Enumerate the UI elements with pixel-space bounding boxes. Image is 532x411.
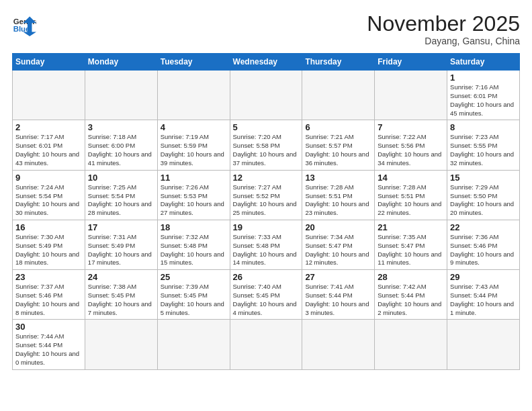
day-number: 7 xyxy=(378,122,444,132)
day-number: 1 xyxy=(450,73,517,83)
day-number: 30 xyxy=(15,322,82,332)
day-number: 15 xyxy=(450,173,517,183)
calendar-cell: 16Sunrise: 7:30 AM Sunset: 5:49 PM Dayli… xyxy=(13,220,85,269)
day-number: 26 xyxy=(233,272,300,282)
day-info: Sunrise: 7:19 AM Sunset: 5:59 PM Dayligh… xyxy=(161,133,227,167)
calendar-cell: 17Sunrise: 7:31 AM Sunset: 5:49 PM Dayli… xyxy=(85,220,157,269)
day-info: Sunrise: 7:22 AM Sunset: 5:56 PM Dayligh… xyxy=(378,133,444,167)
calendar-cell: 20Sunrise: 7:34 AM Sunset: 5:47 PM Dayli… xyxy=(302,220,375,269)
day-info: Sunrise: 7:25 AM Sunset: 5:54 PM Dayligh… xyxy=(88,183,154,218)
day-info: Sunrise: 7:26 AM Sunset: 5:53 PM Dayligh… xyxy=(161,183,227,218)
weekday-header-monday: Monday xyxy=(85,54,157,71)
day-info: Sunrise: 7:29 AM Sunset: 5:50 PM Dayligh… xyxy=(450,183,517,218)
calendar-cell xyxy=(230,320,302,369)
day-info: Sunrise: 7:24 AM Sunset: 5:54 PM Dayligh… xyxy=(15,183,82,218)
calendar-cell: 12Sunrise: 7:27 AM Sunset: 5:52 PM Dayli… xyxy=(230,170,302,220)
calendar-cell xyxy=(375,320,447,369)
day-info: Sunrise: 7:42 AM Sunset: 5:44 PM Dayligh… xyxy=(378,283,444,317)
day-info: Sunrise: 7:20 AM Sunset: 5:58 PM Dayligh… xyxy=(233,133,300,167)
day-info: Sunrise: 7:21 AM Sunset: 5:57 PM Dayligh… xyxy=(305,133,371,167)
calendar-cell: 29Sunrise: 7:43 AM Sunset: 5:44 PM Dayli… xyxy=(447,270,520,320)
day-info: Sunrise: 7:18 AM Sunset: 6:00 PM Dayligh… xyxy=(88,133,154,167)
day-number: 20 xyxy=(305,222,371,232)
day-info: Sunrise: 7:34 AM Sunset: 5:47 PM Dayligh… xyxy=(305,233,371,267)
day-number: 29 xyxy=(450,272,517,282)
day-number: 10 xyxy=(88,173,154,183)
day-number: 19 xyxy=(233,222,300,232)
calendar-week-4: 16Sunrise: 7:30 AM Sunset: 5:49 PM Dayli… xyxy=(13,220,520,269)
day-info: Sunrise: 7:30 AM Sunset: 5:49 PM Dayligh… xyxy=(15,233,82,267)
weekday-header-row: SundayMondayTuesdayWednesdayThursdayFrid… xyxy=(13,54,520,71)
day-info: Sunrise: 7:40 AM Sunset: 5:45 PM Dayligh… xyxy=(233,283,300,317)
day-info: Sunrise: 7:44 AM Sunset: 5:44 PM Dayligh… xyxy=(15,332,82,367)
calendar-cell: 22Sunrise: 7:36 AM Sunset: 5:46 PM Dayli… xyxy=(447,220,520,269)
day-number: 5 xyxy=(233,122,300,132)
day-number: 21 xyxy=(378,222,444,232)
weekday-header-wednesday: Wednesday xyxy=(230,54,302,71)
weekday-header-thursday: Thursday xyxy=(302,54,375,71)
calendar-cell xyxy=(85,71,157,120)
day-info: Sunrise: 7:33 AM Sunset: 5:48 PM Dayligh… xyxy=(233,233,300,267)
calendar-cell: 24Sunrise: 7:38 AM Sunset: 5:45 PM Dayli… xyxy=(85,270,157,320)
day-number: 16 xyxy=(15,222,82,232)
day-info: Sunrise: 7:28 AM Sunset: 5:51 PM Dayligh… xyxy=(378,183,444,218)
calendar-cell: 11Sunrise: 7:26 AM Sunset: 5:53 PM Dayli… xyxy=(157,170,230,220)
day-info: Sunrise: 7:28 AM Sunset: 5:51 PM Dayligh… xyxy=(305,183,371,218)
day-info: Sunrise: 7:35 AM Sunset: 5:47 PM Dayligh… xyxy=(378,233,444,267)
month-title: November 2025 xyxy=(367,12,520,36)
day-info: Sunrise: 7:32 AM Sunset: 5:48 PM Dayligh… xyxy=(161,233,227,267)
calendar-cell: 23Sunrise: 7:37 AM Sunset: 5:46 PM Dayli… xyxy=(13,270,85,320)
day-number: 9 xyxy=(15,173,82,183)
day-number: 4 xyxy=(161,122,227,132)
calendar-week-3: 9Sunrise: 7:24 AM Sunset: 5:54 PM Daylig… xyxy=(13,170,520,220)
calendar-cell: 3Sunrise: 7:18 AM Sunset: 6:00 PM Daylig… xyxy=(85,120,157,170)
calendar-cell: 10Sunrise: 7:25 AM Sunset: 5:54 PM Dayli… xyxy=(85,170,157,220)
day-number: 28 xyxy=(378,272,444,282)
day-number: 27 xyxy=(305,272,371,282)
day-number: 6 xyxy=(305,122,371,132)
day-number: 18 xyxy=(161,222,227,232)
calendar-cell xyxy=(157,320,230,369)
day-info: Sunrise: 7:23 AM Sunset: 5:55 PM Dayligh… xyxy=(450,133,517,167)
calendar-page: General Blue November 2025 Dayang, Gansu… xyxy=(0,0,532,411)
calendar-cell xyxy=(447,320,520,369)
calendar-cell xyxy=(157,71,230,120)
logo-icon: General Blue xyxy=(12,12,36,36)
day-info: Sunrise: 7:16 AM Sunset: 6:01 PM Dayligh… xyxy=(450,83,517,118)
calendar-week-5: 23Sunrise: 7:37 AM Sunset: 5:46 PM Dayli… xyxy=(13,270,520,320)
logo: General Blue xyxy=(12,12,36,36)
calendar-week-2: 2Sunrise: 7:17 AM Sunset: 6:01 PM Daylig… xyxy=(13,120,520,170)
calendar-cell: 7Sunrise: 7:22 AM Sunset: 5:56 PM Daylig… xyxy=(375,120,447,170)
calendar-cell xyxy=(85,320,157,369)
calendar-table: SundayMondayTuesdayWednesdayThursdayFrid… xyxy=(12,53,520,370)
day-info: Sunrise: 7:17 AM Sunset: 6:01 PM Dayligh… xyxy=(15,133,82,167)
title-block: November 2025 Dayang, Gansu, China xyxy=(367,12,520,46)
day-number: 3 xyxy=(88,122,154,132)
calendar-cell: 28Sunrise: 7:42 AM Sunset: 5:44 PM Dayli… xyxy=(375,270,447,320)
day-number: 23 xyxy=(15,272,82,282)
calendar-cell: 14Sunrise: 7:28 AM Sunset: 5:51 PM Dayli… xyxy=(375,170,447,220)
calendar-cell: 6Sunrise: 7:21 AM Sunset: 5:57 PM Daylig… xyxy=(302,120,375,170)
day-number: 8 xyxy=(450,122,517,132)
calendar-cell: 21Sunrise: 7:35 AM Sunset: 5:47 PM Dayli… xyxy=(375,220,447,269)
calendar-cell: 2Sunrise: 7:17 AM Sunset: 6:01 PM Daylig… xyxy=(13,120,85,170)
day-number: 24 xyxy=(88,272,154,282)
day-info: Sunrise: 7:43 AM Sunset: 5:44 PM Dayligh… xyxy=(450,283,517,317)
day-info: Sunrise: 7:36 AM Sunset: 5:46 PM Dayligh… xyxy=(450,233,517,267)
day-number: 11 xyxy=(161,173,227,183)
day-info: Sunrise: 7:38 AM Sunset: 5:45 PM Dayligh… xyxy=(88,283,154,317)
calendar-cell: 8Sunrise: 7:23 AM Sunset: 5:55 PM Daylig… xyxy=(447,120,520,170)
calendar-week-6: 30Sunrise: 7:44 AM Sunset: 5:44 PM Dayli… xyxy=(13,320,520,369)
calendar-cell: 4Sunrise: 7:19 AM Sunset: 5:59 PM Daylig… xyxy=(157,120,230,170)
day-info: Sunrise: 7:37 AM Sunset: 5:46 PM Dayligh… xyxy=(15,283,82,317)
day-info: Sunrise: 7:27 AM Sunset: 5:52 PM Dayligh… xyxy=(233,183,300,218)
header: General Blue November 2025 Dayang, Gansu… xyxy=(12,12,520,46)
calendar-cell xyxy=(375,71,447,120)
calendar-cell: 5Sunrise: 7:20 AM Sunset: 5:58 PM Daylig… xyxy=(230,120,302,170)
calendar-cell: 15Sunrise: 7:29 AM Sunset: 5:50 PM Dayli… xyxy=(447,170,520,220)
day-number: 14 xyxy=(378,173,444,183)
calendar-cell xyxy=(230,71,302,120)
calendar-cell: 25Sunrise: 7:39 AM Sunset: 5:45 PM Dayli… xyxy=(157,270,230,320)
calendar-cell xyxy=(302,71,375,120)
day-number: 12 xyxy=(233,173,300,183)
